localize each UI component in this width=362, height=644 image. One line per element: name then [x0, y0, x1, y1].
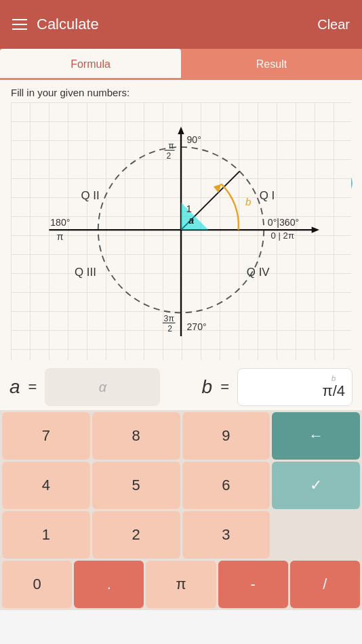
b-input-field[interactable]: b π/4: [237, 368, 353, 406]
key-6[interactable]: 6: [182, 462, 270, 509]
hamburger-line-3: [12, 28, 27, 30]
b-label: b: [202, 376, 213, 398]
angle-arc: [221, 184, 239, 230]
a-equals: =: [28, 378, 37, 396]
a-input-field[interactable]: α: [45, 368, 160, 406]
radius-label: 1: [186, 203, 192, 214]
hamburger-line-1: [12, 19, 27, 20]
header-left: Calculate: [12, 16, 99, 33]
clear-button[interactable]: Clear: [317, 17, 350, 33]
menu-icon[interactable]: [12, 19, 27, 30]
key-dot[interactable]: .: [74, 561, 144, 608]
keyboard-row-3: 1 2 3: [2, 511, 360, 559]
b-input-group: b = b π/4: [202, 368, 353, 406]
key-9[interactable]: 9: [182, 412, 270, 460]
q3-label: Q III: [75, 266, 96, 279]
keyboard-row-1: 7 8 9 ←: [2, 412, 360, 460]
bottom-pi-den: 2: [167, 324, 172, 334]
q1-label: Q I: [260, 189, 275, 202]
tab-formula[interactable]: Formula: [0, 49, 181, 80]
keyboard: 7 8 9 ← 4 5 6 ✓ 1 2 3 0 . π - /: [0, 410, 362, 610]
hamburger-line-2: [12, 24, 27, 25]
key-0[interactable]: 0: [2, 561, 72, 608]
key-1[interactable]: 1: [2, 511, 90, 559]
instructions-text: Fill in your given numbers:: [11, 87, 351, 98]
right-deg-label: 0°|360°: [268, 217, 299, 228]
key-7[interactable]: 7: [2, 412, 90, 460]
b-superscript-label: b: [331, 374, 336, 382]
bottom-deg-label: 270°: [186, 321, 206, 332]
left-deg-label: 180°: [50, 217, 70, 228]
q4-label: Q IV: [247, 266, 270, 279]
tabs-bar: Formula Result: [0, 49, 362, 80]
tab-result[interactable]: Result: [181, 49, 362, 80]
left-pi-label: π: [57, 231, 64, 242]
app-title: Calculate: [37, 16, 99, 33]
key-4[interactable]: 4: [2, 462, 90, 509]
header: Calculate Clear: [0, 0, 362, 49]
right-pi-label: 0 | 2π: [271, 230, 294, 241]
key-slash[interactable]: /: [290, 561, 360, 608]
top-pi-frac: π: [168, 141, 174, 150]
key-2[interactable]: 2: [92, 511, 180, 559]
key-backspace[interactable]: ←: [272, 412, 360, 460]
keyboard-row-2: 4 5 6 ✓: [2, 462, 360, 509]
bottom-pi-frac: 3π: [164, 314, 174, 323]
a-input-group: a = α: [9, 368, 160, 406]
top-pi-den: 2: [166, 151, 171, 161]
key-pi[interactable]: π: [146, 561, 216, 608]
key-8[interactable]: 8: [92, 412, 180, 460]
content-area: Fill in your given numbers: ? Q I: [0, 80, 362, 364]
q2-label: Q II: [81, 189, 99, 202]
key-minus[interactable]: -: [218, 561, 288, 608]
key-enter[interactable]: ✓: [272, 462, 360, 509]
x-axis-arrow: [312, 226, 319, 233]
keyboard-row-4: 0 . π - /: [2, 561, 360, 608]
a-label: a: [9, 376, 20, 398]
b-equals: =: [220, 378, 229, 396]
key-3[interactable]: 3: [182, 511, 270, 559]
top-deg-label: 90°: [186, 134, 201, 145]
b-arc-label: b: [245, 196, 251, 207]
key-5[interactable]: 5: [92, 462, 180, 509]
a-triangle-label: a: [188, 215, 194, 226]
unit-circle-svg: Q I Q II Q III Q IV 90° π 2 270° 3π 2 18…: [11, 102, 351, 360]
unit-circle-diagram: Q I Q II Q III Q IV 90° π 2 270° 3π 2 18…: [11, 102, 351, 360]
inputs-row: a = α b = b π/4: [0, 364, 362, 410]
